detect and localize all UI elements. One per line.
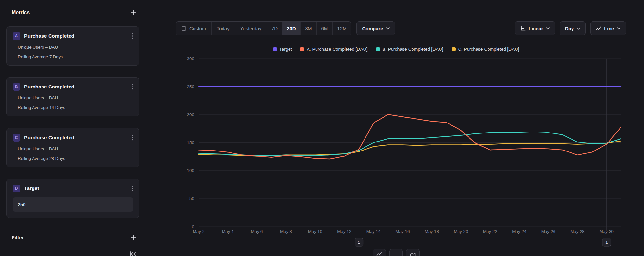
metric-menu-button[interactable] <box>132 33 133 39</box>
linear-scale-icon <box>520 26 526 31</box>
chart-style-toolbar <box>148 249 644 256</box>
segment-label: 6M <box>321 26 328 31</box>
line-chart: 050100150200250300May 2May 4May 6May 8Ma… <box>148 45 644 256</box>
metric-card-header: C Purchase Completed <box>13 134 133 142</box>
plus-icon <box>131 10 137 15</box>
x-tick-label: May 12 <box>337 229 351 234</box>
bar-chart-style-button[interactable] <box>389 249 403 256</box>
kebab-icon <box>132 135 133 141</box>
metric-title: Purchase Completed <box>24 84 128 90</box>
x-tick-label: May 30 <box>600 229 614 234</box>
segment-12m[interactable]: 12M <box>333 22 351 35</box>
chart-type-label: Line <box>604 26 614 31</box>
metric-badge: B <box>13 83 20 91</box>
y-tick-label: 300 <box>187 56 194 61</box>
date-range-segmented-control: Custom Today Yesterday 7D 30D 3M 6M 12M <box>176 21 351 35</box>
segment-label: Today <box>217 26 230 31</box>
plus-icon <box>131 235 137 241</box>
segment-today[interactable]: Today <box>212 22 235 35</box>
scale-label: Linear <box>529 26 543 31</box>
series-line-3 <box>199 141 621 156</box>
y-tick-label: 150 <box>187 140 194 145</box>
toolbar-left-group: Custom Today Yesterday 7D 30D 3M 6M 12M … <box>176 21 395 35</box>
segment-6m[interactable]: 6M <box>317 22 333 35</box>
metric-card-header: B Purchase Completed <box>13 83 133 91</box>
metric-card-c[interactable]: C Purchase Completed Unique Users – DAU … <box>6 128 139 167</box>
x-tick-label: May 2 <box>193 229 205 234</box>
metric-measurement[interactable]: Unique Users – DAU <box>18 45 133 50</box>
y-tick-label: 200 <box>187 112 194 117</box>
chart-type-button[interactable]: Line <box>590 21 626 35</box>
segment-label: Custom <box>189 26 206 31</box>
bar-chart-icon <box>393 251 399 256</box>
segment-label: 30D <box>287 26 296 31</box>
chevron-down-icon <box>617 27 620 30</box>
metric-menu-button[interactable] <box>132 84 133 90</box>
add-metric-button[interactable] <box>130 9 137 16</box>
main-panel: Custom Today Yesterday 7D 30D 3M 6M 12M … <box>148 0 644 256</box>
metric-card-header: A Purchase Completed <box>13 32 133 40</box>
segment-label: 12M <box>337 26 346 31</box>
x-tick-label: May 6 <box>251 229 263 234</box>
annotation-badge-label: 1 <box>605 240 608 245</box>
segment-3m[interactable]: 3M <box>301 22 317 35</box>
kebab-icon <box>132 84 133 90</box>
target-card[interactable]: D Target <box>6 179 139 218</box>
stacked-chart-style-button[interactable] <box>406 249 420 256</box>
metric-rolling-average[interactable]: Rolling Average 7 Days <box>18 54 133 59</box>
x-tick-label: May 28 <box>570 229 584 234</box>
x-tick-label: May 16 <box>395 229 410 234</box>
filter-section: Filter <box>6 234 139 241</box>
metrics-heading: Metrics <box>12 10 30 15</box>
interval-selector-button[interactable]: Day <box>560 21 586 35</box>
metric-rolling-average[interactable]: Rolling Average 14 Days <box>18 105 133 110</box>
metric-title: Purchase Completed <box>24 33 128 39</box>
x-tick-label: May 4 <box>222 229 234 234</box>
chevron-down-icon <box>386 27 390 30</box>
collapse-left-icon <box>129 251 136 256</box>
y-tick-label: 250 <box>187 84 194 89</box>
stacked-chart-icon <box>410 251 416 256</box>
compare-label: Compare <box>362 26 383 31</box>
target-title: Target <box>24 186 128 191</box>
compare-button[interactable]: Compare <box>356 21 395 35</box>
x-tick-label: May 14 <box>366 229 381 234</box>
x-tick-label: May 10 <box>308 229 322 234</box>
line-chart-style-button[interactable] <box>373 249 386 256</box>
segment-label: 7D <box>271 26 278 31</box>
metric-measurement[interactable]: Unique Users – DAU <box>18 96 133 100</box>
x-tick-label: May 18 <box>425 229 439 234</box>
metric-measurement[interactable]: Unique Users – DAU <box>18 146 133 151</box>
app-root: Metrics A Purchase Completed Unique User… <box>0 0 644 256</box>
add-filter-button[interactable] <box>130 234 137 242</box>
target-value-input[interactable] <box>13 197 133 212</box>
metric-card-b[interactable]: B Purchase Completed Unique Users – DAU … <box>6 77 139 116</box>
metric-menu-button[interactable] <box>132 186 133 191</box>
x-tick-label: May 24 <box>512 229 526 234</box>
segment-30d[interactable]: 30D <box>282 22 301 35</box>
collapse-sidebar-button[interactable] <box>128 250 137 256</box>
metric-card-a[interactable]: A Purchase Completed Unique Users – DAU … <box>6 26 139 66</box>
scale-selector-button[interactable]: Linear <box>515 21 555 35</box>
segment-label: Yesterday <box>240 26 261 31</box>
y-tick-label: 100 <box>187 168 194 173</box>
metric-menu-button[interactable] <box>132 135 133 141</box>
toolbar-right-group: Linear Day Line <box>515 21 626 35</box>
x-tick-label: May 22 <box>483 229 497 234</box>
metric-badge: A <box>13 32 20 40</box>
segment-7d[interactable]: 7D <box>267 22 282 35</box>
annotation-badge-label: 1 <box>358 240 360 245</box>
segment-yesterday[interactable]: Yesterday <box>235 22 267 35</box>
metric-badge: D <box>13 185 20 192</box>
chevron-down-icon <box>546 27 550 30</box>
x-tick-label: May 26 <box>541 229 555 234</box>
y-tick-label: 50 <box>189 196 194 201</box>
segment-custom[interactable]: Custom <box>176 22 212 35</box>
series-line-1 <box>199 114 621 159</box>
kebab-icon <box>132 33 133 39</box>
metrics-header: Metrics <box>6 9 139 16</box>
metric-rolling-average[interactable]: Rolling Average 28 Days <box>18 156 133 161</box>
chart-toolbar: Custom Today Yesterday 7D 30D 3M 6M 12M … <box>148 21 644 35</box>
metric-badge: C <box>13 134 20 142</box>
kebab-icon <box>132 186 133 191</box>
